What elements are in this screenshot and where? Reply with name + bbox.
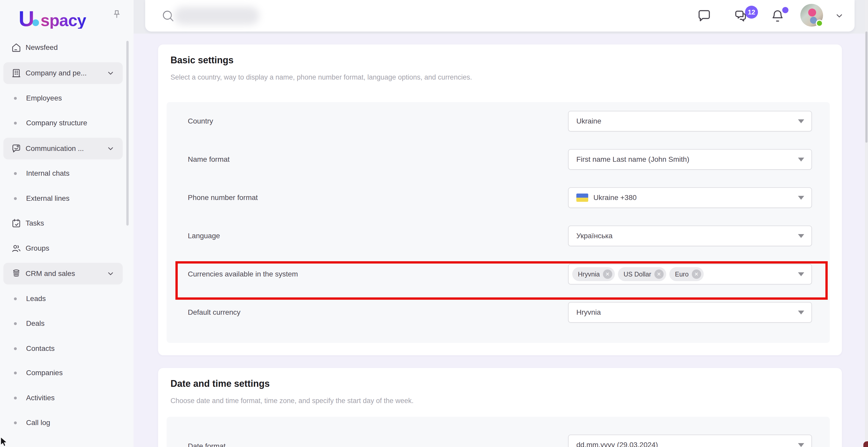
communication-icon (11, 143, 22, 154)
caret-down-icon (798, 119, 804, 123)
sidebar-item-label: Internal chats (26, 169, 69, 178)
logo-letter-u: U (19, 8, 34, 29)
bullet-icon (14, 347, 17, 350)
date-format-select[interactable]: dd.mm.yyyy (29.03.2024) (568, 435, 812, 447)
online-status-dot (816, 20, 823, 27)
sidebar-item-leads[interactable]: Leads (3, 292, 123, 306)
bullet-icon (14, 97, 17, 100)
sidebar-item-label: Company and pe... (26, 69, 87, 77)
sidebar-item-external-lines[interactable]: External lines (3, 191, 123, 206)
sidebar-item-company-structure[interactable]: Company structure (3, 116, 123, 130)
sidebar-item-tasks[interactable]: Tasks (3, 216, 123, 231)
sidebar-item-label: Communication ... (26, 144, 84, 153)
form-row-date-format: Date format dd.mm.yyyy (29.03.2024) (167, 417, 830, 447)
chevron-down-icon (106, 69, 115, 78)
chats-badge: 12 (745, 6, 758, 19)
sidebar-scrollbar[interactable] (126, 41, 129, 226)
sidebar-item-groups[interactable]: Groups (3, 241, 123, 256)
date-format-value: dd.mm.yyyy (29.03.2024) (576, 441, 658, 447)
pin-sidebar-icon[interactable] (111, 8, 122, 21)
datetime-settings-panel: Date format dd.mm.yyyy (29.03.2024) (167, 417, 830, 447)
country-select[interactable]: Ukraine (568, 111, 812, 131)
sidebar-item-deals[interactable]: Deals (3, 316, 123, 331)
logo-text: spacy (40, 12, 86, 29)
sidebar-item-communication[interactable]: Communication ... (3, 138, 123, 159)
highlight-box (176, 261, 828, 300)
sidebar-item-contacts[interactable]: Contacts (3, 341, 123, 356)
search-icon[interactable] (161, 9, 175, 23)
basic-settings-title: Basic settings (170, 55, 234, 66)
sidebar-item-newsfeed[interactable]: Newsfeed (3, 40, 123, 55)
basic-settings-card: Basic settings Select a country, way to … (158, 44, 842, 355)
uspacy-logo[interactable]: Uspacy (19, 8, 86, 29)
bullet-icon (14, 197, 17, 200)
bullet-icon (14, 371, 17, 375)
basic-settings-description: Select a country, way to display a name,… (170, 73, 472, 81)
phone-format-select[interactable]: Ukraine +380 (568, 187, 812, 208)
caret-down-icon (798, 443, 804, 447)
sidebar-item-label: Call log (26, 419, 50, 427)
bullet-icon (14, 421, 17, 424)
caret-down-icon (798, 158, 804, 161)
topbar: 12 (145, 0, 855, 32)
corner-widget-fragment (863, 441, 868, 447)
form-row-country: Country Ukraine (167, 102, 830, 140)
basic-settings-panel: Country Ukraine Name format First name L… (167, 102, 830, 343)
datetime-settings-card: Date and time settings Choose date and t… (158, 368, 842, 447)
caret-down-icon (798, 196, 804, 200)
bullet-icon (14, 122, 17, 124)
comment-icon[interactable] (697, 8, 711, 23)
mouse-cursor (0, 437, 9, 447)
caret-down-icon (798, 310, 804, 315)
stack-icon (11, 268, 22, 279)
language-label: Language (188, 217, 220, 255)
sidebar-item-call-log[interactable]: Call log (3, 415, 123, 430)
sidebar: Uspacy Newsfeed Company and pe... Employ… (0, 0, 133, 447)
home-icon (11, 42, 22, 53)
sidebar-item-companies[interactable]: Companies (3, 366, 123, 380)
calendar-check-icon (11, 218, 22, 229)
sidebar-item-employees[interactable]: Employees (3, 91, 123, 106)
building-icon (11, 68, 22, 78)
sidebar-item-label: Groups (26, 244, 49, 252)
default-currency-select[interactable]: Hryvnia (568, 302, 812, 323)
sidebar-item-label: Employees (26, 94, 62, 102)
app-window: Uspacy Newsfeed Company and pe... Employ… (0, 0, 868, 447)
sidebar-item-internal-chats[interactable]: Internal chats (3, 166, 123, 181)
datetime-settings-title: Date and time settings (170, 378, 270, 389)
bullet-icon (14, 397, 17, 399)
country-label: Country (188, 102, 213, 140)
profile-chevron-down-icon[interactable] (833, 11, 845, 21)
datetime-settings-description: Choose date and time format, time zone, … (170, 397, 413, 405)
language-select[interactable]: Українська (568, 226, 812, 246)
sidebar-item-crm-and-sales[interactable]: CRM and sales (3, 263, 123, 285)
phone-format-value: Ukraine +380 (593, 193, 637, 202)
bullet-icon (14, 322, 17, 325)
language-value: Українська (576, 232, 613, 240)
sidebar-item-label: Leads (26, 295, 46, 303)
notification-dot (782, 7, 788, 13)
sidebar-item-label: Newsfeed (26, 43, 58, 52)
users-icon (11, 243, 22, 254)
sidebar-item-label: Companies (26, 369, 63, 377)
ukraine-flag-icon (576, 193, 588, 202)
search-input[interactable] (174, 7, 259, 25)
bullet-icon (14, 172, 17, 175)
sidebar-item-company-and-people[interactable]: Company and pe... (3, 62, 123, 84)
page-scrollbar-thumb[interactable] (865, 32, 867, 143)
name-format-select[interactable]: First name Last name (John Smith) (568, 149, 812, 170)
sidebar-item-label: Tasks (26, 219, 44, 227)
date-format-label: Date format (188, 427, 225, 447)
name-format-label: Name format (188, 140, 230, 179)
form-row-name-format: Name format First name Last name (John S… (167, 140, 830, 179)
name-format-value: First name Last name (John Smith) (576, 155, 689, 163)
country-value: Ukraine (576, 117, 601, 125)
sidebar-item-activities[interactable]: Activities (3, 391, 123, 405)
sidebar-item-label: External lines (26, 194, 69, 203)
chevron-down-icon (106, 144, 115, 153)
bullet-icon (14, 297, 17, 300)
sidebar-item-label: CRM and sales (26, 269, 75, 278)
chevron-down-icon (106, 269, 115, 278)
caret-down-icon (798, 234, 804, 238)
sidebar-item-label: Deals (26, 319, 45, 328)
